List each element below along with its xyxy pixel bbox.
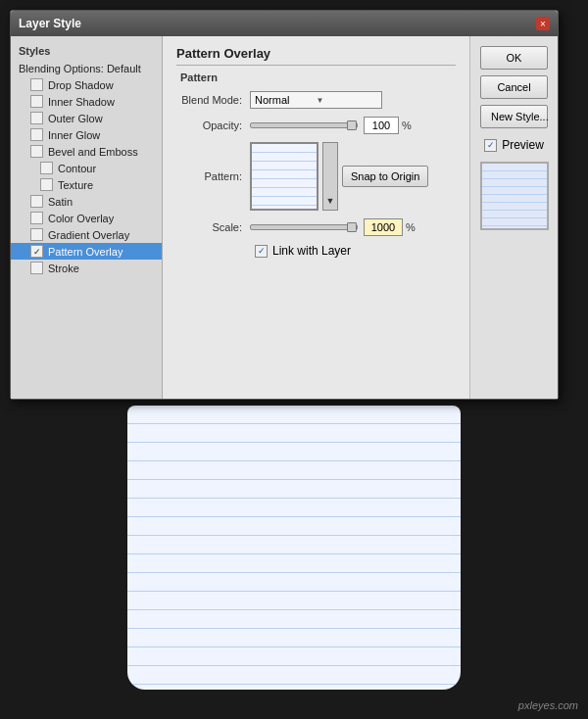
dialog-title: Layer Style bbox=[19, 17, 81, 30]
right-buttons-panel: OK Cancel New Style... ✓ Preview bbox=[469, 36, 558, 399]
sidebar-item-bevel-emboss[interactable]: Bevel and Emboss bbox=[11, 143, 162, 160]
sidebar-item-inner-glow[interactable]: Inner Glow bbox=[11, 126, 162, 143]
sidebar-item-pattern-overlay[interactable]: ✓ Pattern Overlay bbox=[11, 243, 162, 260]
contour-checkbox[interactable] bbox=[40, 162, 53, 174]
opacity-input[interactable] bbox=[364, 117, 399, 134]
pattern-preview-inner bbox=[252, 144, 317, 209]
link-layer-checkbox[interactable]: ✓ bbox=[255, 245, 268, 258]
sidebar-item-satin[interactable]: Satin bbox=[11, 193, 162, 210]
outer-glow-checkbox[interactable] bbox=[30, 112, 43, 124]
satin-checkbox[interactable] bbox=[30, 195, 43, 208]
texture-label: Texture bbox=[58, 179, 93, 191]
pattern-dropdown-button[interactable]: ▼ bbox=[322, 142, 338, 211]
scale-label: Scale: bbox=[176, 221, 250, 233]
stroke-checkbox[interactable] bbox=[30, 262, 43, 274]
cancel-button[interactable]: Cancel bbox=[480, 75, 548, 99]
outer-glow-label: Outer Glow bbox=[48, 113, 103, 124]
opacity-label: Opacity: bbox=[176, 120, 250, 131]
section-title: Pattern Overlay bbox=[176, 46, 456, 66]
pattern-preview bbox=[250, 142, 318, 211]
blend-mode-label: Blend Mode: bbox=[176, 94, 250, 106]
sidebar-item-outer-glow[interactable]: Outer Glow bbox=[11, 110, 162, 126]
color-overlay-label: Color Overlay bbox=[48, 213, 114, 224]
blend-mode-select[interactable]: Normal ▼ bbox=[250, 91, 382, 109]
sidebar-item-stroke[interactable]: Stroke bbox=[11, 260, 162, 276]
layer-style-dialog: Layer Style × Styles Blending Options: D… bbox=[10, 10, 559, 400]
close-button[interactable]: × bbox=[536, 17, 550, 30]
dialog-body: Styles Blending Options: Default Drop Sh… bbox=[11, 36, 558, 399]
sidebar: Styles Blending Options: Default Drop Sh… bbox=[11, 36, 163, 399]
bevel-emboss-label: Bevel and Emboss bbox=[48, 146, 138, 158]
scale-input[interactable] bbox=[364, 218, 403, 236]
pattern-label: Pattern: bbox=[176, 170, 250, 182]
scale-slider-thumb[interactable] bbox=[347, 222, 357, 232]
pattern-overlay-label: Pattern Overlay bbox=[48, 246, 122, 258]
blend-mode-row: Blend Mode: Normal ▼ bbox=[176, 91, 456, 109]
opacity-slider-thumb[interactable] bbox=[347, 120, 357, 130]
scale-unit: % bbox=[406, 221, 416, 233]
pattern-row: Pattern: ▼ Snap to Origin bbox=[176, 142, 456, 211]
inner-glow-label: Inner Glow bbox=[48, 129, 100, 141]
stroke-label: Stroke bbox=[48, 263, 79, 274]
color-overlay-checkbox[interactable] bbox=[30, 212, 43, 224]
main-content: Pattern Overlay Pattern Blend Mode: Norm… bbox=[163, 36, 469, 399]
notebook-paper bbox=[127, 406, 461, 690]
scale-row: Scale: % bbox=[176, 218, 456, 236]
preview-box bbox=[480, 162, 549, 230]
inner-shadow-label: Inner Shadow bbox=[48, 96, 115, 108]
bevel-emboss-checkbox[interactable] bbox=[30, 145, 43, 158]
snap-to-origin-button[interactable]: Snap to Origin bbox=[342, 166, 428, 187]
new-style-button[interactable]: New Style... bbox=[480, 105, 548, 128]
gradient-overlay-label: Gradient Overlay bbox=[48, 229, 129, 241]
inner-shadow-checkbox[interactable] bbox=[30, 95, 43, 108]
sidebar-styles-section: Styles bbox=[11, 41, 162, 61]
satin-label: Satin bbox=[48, 196, 73, 208]
preview-checkbox[interactable]: ✓ bbox=[484, 139, 497, 152]
sidebar-item-contour[interactable]: Contour bbox=[11, 160, 162, 176]
title-bar: Layer Style × bbox=[11, 11, 558, 36]
contour-label: Contour bbox=[58, 163, 96, 174]
drop-shadow-label: Drop Shadow bbox=[48, 79, 114, 91]
watermark: pxleyes.com bbox=[518, 699, 578, 711]
preview-checkbox-row: ✓ Preview bbox=[480, 138, 548, 152]
sidebar-item-gradient-overlay[interactable]: Gradient Overlay bbox=[11, 226, 162, 243]
sidebar-item-texture[interactable]: Texture bbox=[11, 176, 162, 193]
link-layer-row: ✓ Link with Layer bbox=[255, 244, 456, 258]
blend-mode-value: Normal bbox=[255, 94, 317, 106]
link-layer-label: Link with Layer bbox=[272, 244, 351, 258]
opacity-row: Opacity: % bbox=[176, 117, 456, 134]
blend-mode-arrow-icon: ▼ bbox=[317, 96, 378, 105]
scale-slider[interactable] bbox=[250, 224, 358, 230]
sub-section-title: Pattern bbox=[176, 72, 456, 83]
opacity-slider[interactable] bbox=[250, 122, 358, 128]
ok-button[interactable]: OK bbox=[480, 46, 548, 70]
preview-box-inner bbox=[482, 164, 547, 228]
sidebar-item-inner-shadow[interactable]: Inner Shadow bbox=[11, 93, 162, 110]
opacity-unit: % bbox=[402, 120, 412, 131]
blending-options-label: Blending Options: Default bbox=[19, 63, 141, 74]
inner-glow-checkbox[interactable] bbox=[30, 128, 43, 141]
texture-checkbox[interactable] bbox=[40, 178, 53, 191]
drop-shadow-checkbox[interactable] bbox=[30, 78, 43, 91]
pattern-overlay-checkbox[interactable]: ✓ bbox=[30, 245, 43, 258]
preview-label: Preview bbox=[502, 138, 544, 152]
sidebar-item-blending-options[interactable]: Blending Options: Default bbox=[11, 61, 162, 76]
sidebar-item-drop-shadow[interactable]: Drop Shadow bbox=[11, 76, 162, 93]
sidebar-item-color-overlay[interactable]: Color Overlay bbox=[11, 210, 162, 226]
gradient-overlay-checkbox[interactable] bbox=[30, 228, 43, 241]
